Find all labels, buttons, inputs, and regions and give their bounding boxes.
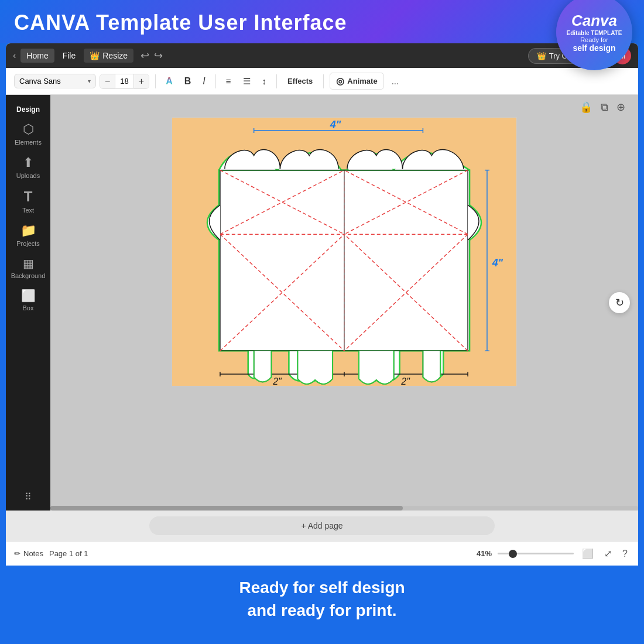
notes-button[interactable]: ✏ Notes	[14, 549, 43, 558]
nav-back-icon[interactable]: ‹	[13, 50, 16, 61]
align-icon: ≡	[226, 76, 231, 86]
top-banner: CANVA Template User Interface Canva Edit…	[0, 0, 644, 43]
background-icon: ▦	[23, 256, 34, 270]
resize-crown-icon: 👑	[90, 51, 100, 60]
apps-icon: ⠿	[25, 491, 32, 502]
sidebar-apps-button[interactable]: ⠿	[8, 487, 48, 506]
background-label: Background	[11, 272, 46, 279]
badge-editable: Editable TEMPLATE	[567, 30, 622, 36]
animate-icon: ◎	[336, 76, 344, 87]
zoom-percentage: 41%	[477, 549, 492, 558]
main-area: Design ⬡ Elements ⬆ Uploads T Text 📁 Pro…	[6, 95, 638, 511]
nav-home[interactable]: Home	[20, 49, 54, 63]
footer-banner: Ready for self design and ready for prin…	[0, 566, 644, 632]
list-icon: ☰	[243, 76, 251, 87]
rotate-icon: ↻	[615, 296, 624, 309]
uploads-label: Uploads	[16, 172, 40, 179]
svg-text:2": 2"	[272, 376, 282, 386]
badge-ready2: self design	[573, 43, 615, 53]
box-template-svg: 4" 4" 2" — 2"	[172, 118, 516, 386]
sidebar-item-uploads[interactable]: ⬆ Uploads	[8, 150, 48, 183]
animate-button[interactable]: ◎ Animate	[330, 73, 383, 90]
try-pro-crown: 👑	[537, 52, 546, 60]
fit-page-icon[interactable]: ⬜	[580, 547, 596, 560]
sidebar-design-tab[interactable]: Design	[8, 100, 48, 116]
page-info: Page 1 of 1	[49, 549, 88, 558]
nav-resize[interactable]: 👑 Resize	[84, 49, 133, 63]
nav-arrows: ↩ ↪	[141, 49, 163, 62]
spacing-icon: ↕	[262, 76, 267, 86]
redo-icon[interactable]: ↪	[154, 49, 163, 62]
list-button[interactable]: ☰	[239, 73, 255, 90]
spacing-button[interactable]: ↕	[258, 73, 271, 89]
rotate-button[interactable]: ↻	[609, 292, 630, 313]
font-size-control: − 18 +	[100, 74, 149, 89]
zoom-slider[interactable]	[498, 553, 574, 554]
canvas-area[interactable]: 🔒 ⧉ ⊕	[50, 95, 638, 511]
elements-icon: ⬡	[23, 122, 34, 137]
font-selector[interactable]: Canva Sans ▾	[14, 74, 96, 88]
nav-file[interactable]: File	[57, 49, 82, 63]
notes-label: Notes	[23, 549, 43, 558]
help-icon[interactable]: ?	[620, 547, 630, 560]
canvas-toolbar-top: 🔒 ⧉ ⊕	[578, 100, 626, 115]
text-color-button[interactable]: A	[162, 73, 177, 90]
sidebar-item-elements[interactable]: ⬡ Elements	[8, 117, 48, 149]
expand-icon[interactable]: ⊕	[615, 100, 626, 115]
scroll-thumb	[50, 506, 403, 511]
svg-text:4": 4"	[330, 119, 341, 131]
undo-icon[interactable]: ↩	[141, 49, 149, 62]
sidebar-item-background[interactable]: ▦ Background	[8, 252, 48, 283]
add-page-bar: + Add page	[6, 511, 638, 541]
italic-icon: I	[203, 76, 205, 87]
duplicate-icon[interactable]: ⧉	[600, 100, 609, 115]
toolbar-divider-1	[155, 74, 156, 88]
text-a-icon: A	[166, 76, 173, 87]
text-icon: T	[24, 189, 33, 205]
toolbar-divider-3	[276, 74, 277, 88]
add-page-button[interactable]: + Add page	[149, 516, 495, 535]
uploads-icon: ⬆	[23, 155, 33, 170]
projects-label: Projects	[16, 240, 40, 247]
box-label: Box	[23, 304, 34, 311]
animate-label: Animate	[347, 77, 377, 85]
lock-icon[interactable]: 🔒	[578, 100, 594, 115]
align-button[interactable]: ≡	[222, 73, 235, 89]
fullscreen-icon[interactable]: ⤢	[602, 547, 614, 560]
app-wrapper: ‹ Home File 👑 Resize ↩ ↪ 👑 Try Canva Pro…	[6, 43, 638, 566]
design-label: Design	[16, 105, 40, 114]
canvas-scroll-horizontal[interactable]	[50, 506, 638, 511]
bold-button[interactable]: B	[180, 73, 196, 90]
bottom-icons: ⬜ ⤢ ?	[580, 547, 630, 560]
sidebar-item-box[interactable]: ⬜ Box	[8, 284, 48, 315]
toolbar-divider-2	[215, 74, 216, 88]
resize-label: Resize	[102, 51, 128, 60]
banner-title: CANVA Template User Interface	[14, 11, 347, 35]
sidebar-item-text[interactable]: T Text	[8, 184, 48, 217]
font-chevron-icon: ▾	[88, 78, 91, 84]
footer-line1: Ready for self design	[14, 576, 630, 599]
bottom-bar: ✏ Notes Page 1 of 1 41% ⬜ ⤢ ?	[6, 541, 638, 566]
italic-button[interactable]: I	[198, 73, 209, 90]
toolbar-divider-4	[323, 74, 324, 88]
design-canvas[interactable]: 4" 4" 2" — 2"	[172, 117, 517, 386]
badge-ready1: Ready for	[580, 36, 608, 43]
font-size-value[interactable]: 18	[115, 74, 133, 88]
box-icon: ⬜	[21, 289, 36, 303]
projects-icon: 📁	[20, 223, 36, 238]
svg-text:2": 2"	[400, 376, 410, 386]
elements-label: Elements	[15, 139, 42, 146]
sidebar-item-projects[interactable]: 📁 Projects	[8, 218, 48, 251]
canva-logo: Canva	[571, 12, 617, 30]
nav-bar: ‹ Home File 👑 Resize ↩ ↪ 👑 Try Canva Pro…	[6, 43, 638, 68]
text-label: Text	[22, 207, 34, 214]
notes-icon: ✏	[14, 549, 20, 558]
font-size-plus[interactable]: +	[134, 74, 149, 88]
svg-text:4": 4"	[492, 257, 503, 269]
effects-button[interactable]: Effects	[283, 74, 317, 88]
font-name: Canva Sans	[19, 77, 61, 85]
font-size-minus[interactable]: −	[100, 74, 115, 88]
more-button[interactable]: ...	[388, 73, 403, 89]
sidebar: Design ⬡ Elements ⬆ Uploads T Text 📁 Pro…	[6, 95, 50, 511]
footer-line2: and ready for print.	[14, 599, 630, 622]
